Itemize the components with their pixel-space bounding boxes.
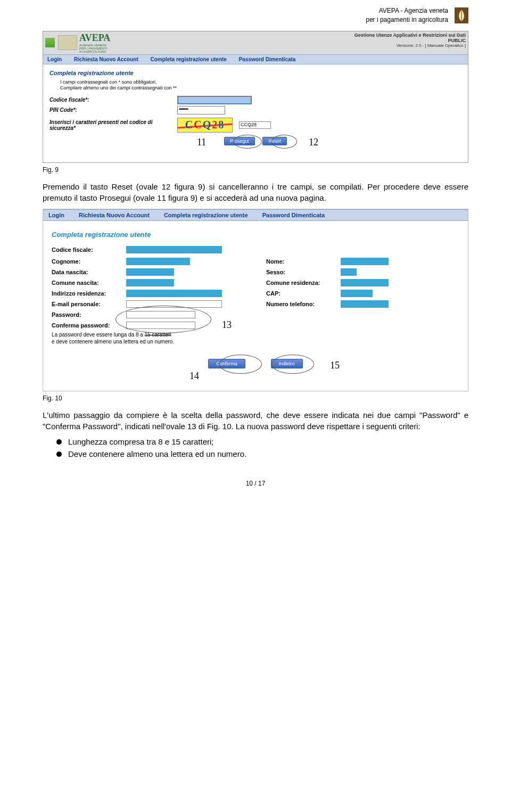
hint2: Compilare almeno uno dei campi contrasse… xyxy=(60,85,461,92)
menu-richiesta[interactable]: Richiesta Nuovo Account xyxy=(74,56,138,62)
hint1: I campi contrassegnati con * sono obblig… xyxy=(60,79,461,86)
value-cap xyxy=(341,290,373,297)
label-pin: PIN Code*: xyxy=(50,107,177,113)
password-hint: La password deve essere lunga da 8 a 15 … xyxy=(52,331,245,345)
menu2-password[interactable]: Password Dimenticata xyxy=(262,212,325,218)
value-cf xyxy=(126,246,222,253)
prosegui-button[interactable]: Prosegui xyxy=(224,137,255,145)
annotation-11: 11 xyxy=(197,137,206,148)
label-cap: CAP: xyxy=(266,290,341,297)
menu-bar: Login Richiesta Nuovo Account Completa r… xyxy=(43,54,468,64)
caption-fig9: Fig. 9 xyxy=(43,166,468,174)
menu-bar2: Login Richiesta Nuovo Account Completa r… xyxy=(43,209,468,221)
menu-login[interactable]: Login xyxy=(47,56,62,62)
reset-button[interactable]: Reset xyxy=(262,137,287,145)
label-comune-res: Comune residenza: xyxy=(266,280,341,286)
annotation-12: 12 xyxy=(309,137,318,148)
label-telefono: Numero telefono: xyxy=(266,301,341,307)
label-nome: Nome: xyxy=(266,258,341,265)
annotation-15: 15 xyxy=(330,360,340,371)
value-telefono xyxy=(341,300,389,308)
paragraph-2: L'ultimo passaggio da compiere è la scel… xyxy=(43,409,468,432)
value-nome xyxy=(341,258,389,265)
bullet-1: Lunghezza compresa tra 8 e 15 caratteri; xyxy=(56,437,468,446)
app-version: Versione: 2.5 - [ Manuale Operativo ] xyxy=(355,43,466,48)
captcha-image: CCQ28 xyxy=(177,118,233,133)
caption-fig10: Fig. 10 xyxy=(43,395,468,402)
label-indirizzo-res: Indirizzo residenza: xyxy=(52,290,126,297)
label-email: E-mail personale: xyxy=(52,301,126,307)
label2-cf: Codice fiscale: xyxy=(52,247,126,253)
menu-password[interactable]: Password Dimenticata xyxy=(239,56,296,62)
menu2-richiesta[interactable]: Richiesta Nuovo Account xyxy=(79,212,150,218)
value-comune-res xyxy=(341,279,389,286)
form-title: Completa registrazione utente xyxy=(50,70,461,76)
app-title: Gestione Utenze Applicativi e Restrizion… xyxy=(355,32,466,38)
page-footer: 10 / 17 xyxy=(43,480,468,487)
input-codice-fiscale[interactable] xyxy=(177,96,252,104)
label-captcha: Inserisci i caratteri presenti nel codic… xyxy=(50,119,177,131)
input-captcha[interactable]: CCQ28 xyxy=(239,121,271,129)
value-indirizzo-res xyxy=(126,290,222,297)
form2-title: Completa registrazione utente xyxy=(52,231,459,239)
avepa-app-logo: AVEPA AGENZIA VENETA PER I PAGAMENTI IN … xyxy=(58,32,110,53)
menu-completa[interactable]: Completa registrazione utente xyxy=(151,56,227,62)
value-cognome xyxy=(126,258,190,265)
value-comune-nascita xyxy=(126,279,174,286)
org-line2: per i pagamenti in agricoltura xyxy=(366,15,448,24)
screenshot-fig10: Login Richiesta Nuovo Account Completa r… xyxy=(43,209,468,391)
bullet-2: Deve contenere almeno una lettera ed un … xyxy=(56,449,468,458)
paragraph-1: Premendo il tasto Reset (ovale 12 figura… xyxy=(43,181,468,203)
input-pin[interactable]: •••••••• xyxy=(177,106,225,114)
menu2-login[interactable]: Login xyxy=(48,212,64,218)
screenshot-fig9: AVEPA AGENZIA VENETA PER I PAGAMENTI IN … xyxy=(43,31,468,163)
org-line1: AVEPA - Agenzia veneta xyxy=(366,6,448,15)
menu2-completa[interactable]: Completa registrazione utente xyxy=(164,212,248,218)
annotation-13: 13 xyxy=(222,319,232,331)
label-cognome: Cognome: xyxy=(52,258,126,265)
input-email[interactable] xyxy=(126,300,222,308)
label-data-nascita: Data nascita: xyxy=(52,269,126,275)
app-user: PUBLIC xyxy=(355,38,466,43)
app-titlebar: AVEPA AGENZIA VENETA PER I PAGAMENTI IN … xyxy=(43,31,468,54)
input-conferma-password[interactable] xyxy=(126,322,195,329)
input-password[interactable] xyxy=(126,311,195,318)
label-conferma: Conferma password: xyxy=(52,322,126,329)
value-data-nascita xyxy=(126,268,174,276)
label-password: Password: xyxy=(52,311,126,318)
label-codice-fiscale: Codice fiscale*: xyxy=(50,97,177,103)
label-sesso: Sesso: xyxy=(266,269,341,275)
value-sesso xyxy=(341,268,357,276)
bullet-list: Lunghezza compresa tra 8 e 15 caratteri;… xyxy=(56,437,468,458)
annotation-14: 14 xyxy=(189,371,199,382)
page-header: AVEPA - Agenzia veneta per i pagamenti i… xyxy=(43,0,468,28)
conferma-button[interactable]: Conferma xyxy=(208,359,245,368)
indietro-button[interactable]: Indietro xyxy=(271,359,303,368)
avepa-header-logo xyxy=(455,7,468,23)
browser-icon xyxy=(45,38,55,47)
label-comune-nascita: Comune nascita: xyxy=(52,280,126,286)
